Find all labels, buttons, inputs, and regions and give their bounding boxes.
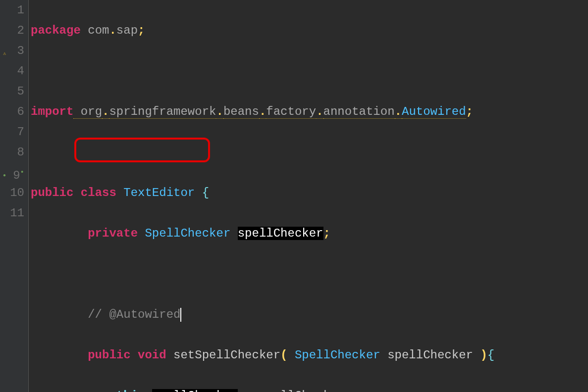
warning-icon: ⚠ xyxy=(1,44,6,49)
line-number: 6 xyxy=(0,101,24,122)
line-number: 10 xyxy=(0,183,24,203)
line-number: ●9• xyxy=(0,162,24,183)
line-number: 5 xyxy=(0,81,24,101)
code-line[interactable] xyxy=(31,142,588,162)
line-number: 2 xyxy=(0,20,24,41)
line-number: 8 xyxy=(0,142,24,162)
code-editor[interactable]: 1 2 ⚠3 4 5 6 7 8 ●9• 10 11 package com.s… xyxy=(0,0,588,392)
code-line[interactable] xyxy=(31,61,588,81)
gutter: 1 2 ⚠3 4 5 6 7 8 ●9• 10 11 xyxy=(0,0,29,392)
line-number: 7 xyxy=(0,122,24,142)
line-number: 4 xyxy=(0,61,24,81)
code-line[interactable]: this.spellChecker = spellChecker; xyxy=(31,386,588,392)
code-line[interactable]: // @Autowired xyxy=(31,304,588,325)
code-line[interactable]: private SpellChecker spellChecker; xyxy=(31,223,588,244)
code-line[interactable] xyxy=(31,264,588,284)
code-content[interactable]: package com.sap; import org.springframew… xyxy=(29,0,588,392)
line-number: 1 xyxy=(0,0,24,20)
line-number: ⚠3 xyxy=(0,41,24,61)
code-line[interactable]: public void setSpellChecker( SpellChecke… xyxy=(31,345,588,365)
code-line[interactable]: package com.sap; xyxy=(31,20,588,41)
override-icon: ● xyxy=(1,165,6,170)
code-line[interactable]: public class TextEditor { xyxy=(31,183,588,203)
line-number: 11 xyxy=(0,203,24,223)
code-line[interactable]: import org.springframework.beans.factory… xyxy=(31,101,588,122)
text-cursor xyxy=(180,308,181,322)
